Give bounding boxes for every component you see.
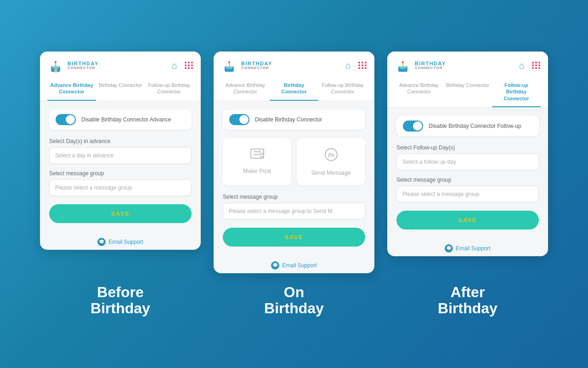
message-group-input-on[interactable]: Please select a message group to Send M (223, 203, 365, 219)
logo-birthday: BIRTHDAY (68, 61, 99, 66)
label-after: After Birthday (387, 284, 548, 316)
message-group-label: Select message group (49, 170, 192, 177)
panel-on: BIRTHDAY CONNECTOR ⌂ Advance Birthday Co… (214, 52, 374, 273)
make-post-icon (250, 147, 265, 163)
toggle-switch-after[interactable] (403, 121, 423, 132)
label-on-line2: Birthday (214, 300, 374, 316)
toggle-row-after: Disable Birthday Connector Follow-up (396, 116, 539, 136)
panel-before: 🎂 BIRTHDAY CONNECTOR ⌂ (40, 52, 201, 250)
tabs-on: Advance Birthday Connector Birthday Conn… (221, 78, 367, 101)
labels-row: Before Birthday On Birthday After Birthd… (40, 284, 548, 316)
email-support[interactable]: 💬 Email Support (40, 230, 201, 250)
message-group-label-on: Select message group (223, 194, 365, 200)
logo: 🎂 BIRTHDAY CONNECTOR (47, 57, 99, 74)
tabs-before: Advance Birthday Connector Birthday Conn… (47, 78, 193, 101)
action-cards: Make Post Send Message (223, 138, 365, 185)
logo-cake-icon-on (221, 57, 237, 74)
followup-days-input[interactable]: Select a follow up day (396, 154, 539, 170)
logo-connector-on: CONNECTOR (241, 66, 272, 70)
panel-header-before: 🎂 BIRTHDAY CONNECTOR ⌂ (40, 52, 201, 101)
header-icons-after: ⌂ (519, 60, 541, 71)
followup-days-label: Select Follow-up Day(s) (396, 144, 539, 151)
tab-advance-on[interactable]: Advance Birthday Connector (221, 78, 270, 101)
svg-rect-11 (225, 66, 234, 68)
tab-followup-after[interactable]: Follow-up Birthday Connector (492, 78, 541, 107)
advance-days-label: Select Day(s) in advance (49, 138, 192, 144)
label-after-line1: After (387, 284, 548, 300)
save-button-after[interactable]: SAVE (396, 211, 539, 230)
tab-followup[interactable]: Follow-up Birthday Connector (145, 78, 193, 101)
save-button-on[interactable]: SAVE (223, 228, 365, 247)
tabs-after: Advance Birthday Connector Birthday Conn… (395, 78, 541, 107)
svg-rect-3 (55, 63, 56, 66)
panels-row: 🎂 BIRTHDAY CONNECTOR ⌂ (40, 52, 548, 273)
save-button[interactable]: SAVE (49, 204, 192, 223)
label-on: On Birthday (214, 284, 374, 316)
svg-rect-23 (398, 66, 407, 68)
logo-connector-after: CONNECTOR (415, 66, 446, 70)
panel-after: BIRTHDAY CONNECTOR ⌂ Advance Birthday Co… (387, 52, 548, 256)
header-icons-on: ⌂ (345, 60, 367, 71)
label-before-line2: Birthday (40, 300, 201, 316)
toggle-switch-on[interactable] (229, 114, 249, 125)
tab-followup-on[interactable]: Follow-up Birthday Connector (318, 78, 367, 101)
message-group-input[interactable]: Please select a message group (49, 179, 192, 196)
email-support-label-on: Email Support (282, 262, 317, 269)
email-support-label-after: Email Support (456, 245, 490, 252)
panel-body-before: Disable Birthday Connector Advance Selec… (40, 101, 201, 230)
advance-days-input[interactable]: Select a day in advance (49, 147, 192, 164)
label-after-line2: Birthday (387, 300, 548, 316)
header-icons: ⌂ (172, 60, 193, 71)
logo-cake-icon: 🎂 (47, 57, 64, 74)
messenger-icon-after: 💬 (445, 244, 453, 253)
email-support-on[interactable]: 💬 Email Support (214, 254, 374, 273)
toggle-row-on: Disable Birthday Connector (223, 109, 365, 130)
home-icon[interactable]: ⌂ (172, 60, 177, 71)
top-bar-after: BIRTHDAY CONNECTOR ⌂ (395, 57, 541, 74)
panel-body-after: Disable Birthday Connector Follow-up Sel… (387, 108, 548, 237)
logo-cake-icon-after (395, 57, 411, 74)
top-bar: 🎂 BIRTHDAY CONNECTOR ⌂ (47, 57, 193, 74)
grid-icon-on[interactable] (358, 62, 367, 69)
tab-birthday[interactable]: Birthday Connector (96, 78, 145, 101)
svg-point-17 (328, 153, 330, 154)
logo-after: BIRTHDAY CONNECTOR (395, 57, 446, 74)
logo-birthday-after: BIRTHDAY (415, 61, 446, 66)
logo-text: BIRTHDAY CONNECTOR (68, 61, 99, 70)
logo-connector: CONNECTOR (68, 66, 99, 70)
send-message-icon (324, 147, 339, 165)
grid-icon[interactable] (185, 62, 193, 69)
tab-birthday-after[interactable]: Birthday Connector (443, 78, 492, 107)
email-support-label: Email Support (108, 239, 143, 245)
email-support-after[interactable]: 💬 Email Support (387, 237, 548, 256)
make-post-label: Make Post (243, 167, 271, 174)
logo-on: BIRTHDAY CONNECTOR (221, 57, 272, 74)
home-icon-on[interactable]: ⌂ (345, 60, 351, 71)
svg-rect-9 (229, 63, 230, 66)
svg-point-22 (402, 61, 404, 63)
home-icon-after[interactable]: ⌂ (519, 60, 525, 71)
toggle-label: Disable Birthday Connector Advance (81, 116, 171, 123)
svg-text:🎂: 🎂 (54, 68, 58, 72)
toggle-switch[interactable] (56, 114, 76, 125)
toggle-label-after: Disable Birthday Connector Follow-up (429, 123, 521, 129)
grid-icon-after[interactable] (532, 62, 541, 69)
logo-text-after: BIRTHDAY CONNECTOR (415, 61, 446, 70)
make-post-card[interactable]: Make Post (223, 138, 291, 185)
panel-body-on: Disable Birthday Connector Make Post Sen… (214, 101, 374, 254)
toggle-label-on: Disable Birthday Connector (255, 116, 322, 123)
tab-birthday-on[interactable]: Birthday Connector (270, 78, 318, 101)
label-before-line1: Before (40, 284, 201, 300)
messenger-icon-on: 💬 (271, 261, 279, 270)
messenger-icon: 💬 (97, 238, 106, 246)
svg-point-18 (332, 154, 334, 155)
svg-rect-21 (402, 63, 403, 66)
tab-advance-after[interactable]: Advance Birthday Connector (395, 78, 443, 107)
logo-text-on: BIRTHDAY CONNECTOR (241, 61, 272, 70)
svg-point-4 (55, 61, 57, 63)
tab-advance[interactable]: Advance Birthday Connector (47, 78, 96, 101)
send-message-label: Send Message (311, 169, 351, 176)
send-message-card[interactable]: Send Message (297, 138, 365, 185)
message-group-input-after[interactable]: Please select a message group (396, 186, 539, 202)
panel-header-on: BIRTHDAY CONNECTOR ⌂ Advance Birthday Co… (214, 52, 374, 101)
